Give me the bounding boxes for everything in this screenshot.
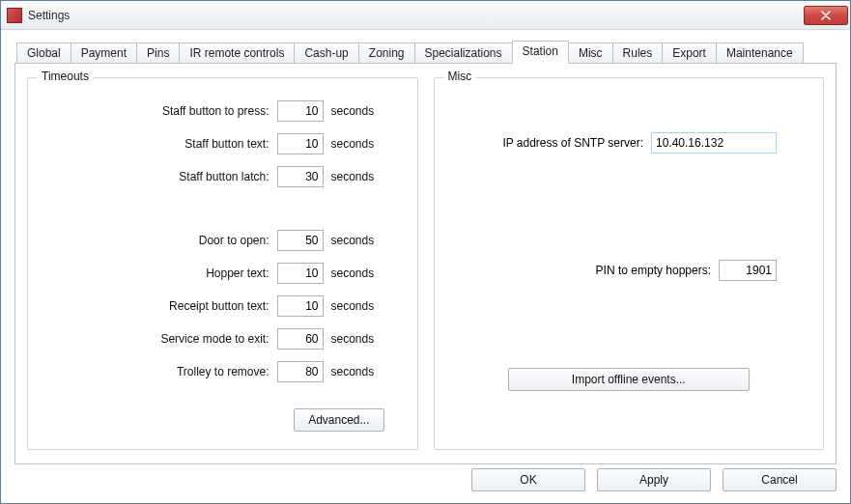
unit-staff-button-latch: seconds	[331, 170, 384, 183]
row-pin: PIN to empty hoppers:	[448, 260, 810, 281]
input-staff-button-latch[interactable]	[277, 166, 324, 187]
tab-payment[interactable]: Payment	[71, 42, 137, 64]
tab-station[interactable]: Station	[512, 41, 569, 64]
timeouts-rows: Staff button to press: seconds Staff but…	[42, 98, 404, 391]
ok-button[interactable]: OK	[471, 468, 585, 491]
row-trolley-to-remove: Trolley to remove: seconds	[42, 358, 404, 385]
unit-staff-button-text: seconds	[331, 137, 384, 151]
tab-global[interactable]: Global	[16, 42, 71, 64]
input-staff-button-text[interactable]	[277, 133, 324, 154]
input-staff-button-to-press[interactable]	[277, 100, 324, 122]
row-staff-button-latch: Staff button latch: seconds	[42, 163, 404, 190]
import-wrap: Import offline events...	[448, 368, 810, 391]
label-receipt-button-text: Receipt button text:	[169, 299, 269, 313]
group-misc: Misc IP address of SNTP server: PIN to e…	[434, 77, 825, 450]
titlebar: Settings	[1, 1, 850, 30]
advanced-button[interactable]: Advanced...	[294, 408, 383, 432]
input-receipt-button-text[interactable]	[277, 295, 324, 317]
window-title: Settings	[28, 9, 70, 22]
unit-staff-button-to-press: seconds	[331, 104, 384, 118]
row-service-mode-to-exit: Service mode to exit: seconds	[42, 325, 404, 352]
label-sntp: IP address of SNTP server:	[502, 136, 643, 150]
label-staff-button-to-press: Staff button to press:	[162, 104, 269, 118]
import-offline-events-button[interactable]: Import offline events...	[508, 368, 750, 391]
row-staff-button-text: Staff button text: seconds	[42, 130, 404, 157]
tab-ir-remote-controls[interactable]: IR remote controls	[179, 42, 295, 64]
input-hopper-text[interactable]	[277, 263, 324, 284]
label-service-mode-to-exit: Service mode to exit:	[160, 332, 269, 346]
input-trolley-to-remove[interactable]	[277, 361, 324, 382]
misc-rows: IP address of SNTP server: PIN to empty …	[448, 98, 810, 281]
tabpanel-station: Timeouts Staff button to press: seconds …	[14, 63, 837, 464]
app-icon	[7, 8, 22, 23]
group-misc-title: Misc	[444, 70, 476, 83]
label-staff-button-text: Staff button text:	[184, 137, 269, 151]
close-icon	[821, 11, 831, 20]
label-staff-button-latch: Staff button latch:	[179, 170, 269, 183]
input-pin[interactable]	[719, 260, 777, 281]
settings-window: Settings Global Payment Pins IR remote c…	[0, 0, 851, 504]
row-receipt-button-text: Receipt button text: seconds	[42, 293, 404, 320]
tab-zoning[interactable]: Zoning	[358, 42, 415, 64]
client-area: Global Payment Pins IR remote controls C…	[1, 30, 850, 503]
close-button[interactable]	[804, 6, 848, 25]
group-timeouts: Timeouts Staff button to press: seconds …	[27, 77, 418, 450]
tab-misc[interactable]: Misc	[568, 42, 613, 64]
unit-door-to-open: seconds	[331, 234, 384, 247]
row-door-to-open: Door to open: seconds	[42, 227, 404, 254]
apply-button[interactable]: Apply	[597, 468, 711, 491]
cancel-button[interactable]: Cancel	[723, 468, 837, 491]
unit-hopper-text: seconds	[331, 266, 384, 280]
dialog-buttons: OK Apply Cancel	[471, 468, 837, 491]
unit-receipt-button-text: seconds	[331, 299, 384, 313]
unit-service-mode-to-exit: seconds	[331, 332, 384, 346]
label-door-to-open: Door to open:	[199, 234, 269, 247]
tab-strip: Global Payment Pins IR remote controls C…	[14, 40, 837, 64]
row-sntp: IP address of SNTP server:	[448, 132, 810, 154]
input-door-to-open[interactable]	[277, 230, 324, 251]
input-sntp[interactable]	[651, 132, 777, 154]
tab-rules[interactable]: Rules	[612, 42, 664, 64]
tab-maintenance[interactable]: Maintenance	[716, 42, 804, 64]
row-staff-button-to-press: Staff button to press: seconds	[42, 98, 404, 125]
tab-export[interactable]: Export	[662, 42, 717, 64]
tab-pins[interactable]: Pins	[136, 42, 180, 64]
tab-specializations[interactable]: Specializations	[414, 42, 513, 64]
row-hopper-text: Hopper text: seconds	[42, 260, 404, 287]
advanced-wrap: Advanced...	[42, 408, 404, 432]
tab-cash-up[interactable]: Cash-up	[294, 42, 358, 64]
label-hopper-text: Hopper text:	[206, 266, 269, 280]
input-service-mode-to-exit[interactable]	[277, 328, 324, 350]
group-timeouts-title: Timeouts	[38, 70, 93, 83]
unit-trolley-to-remove: seconds	[331, 365, 384, 378]
label-trolley-to-remove: Trolley to remove:	[177, 365, 269, 378]
label-pin: PIN to empty hoppers:	[596, 264, 711, 277]
